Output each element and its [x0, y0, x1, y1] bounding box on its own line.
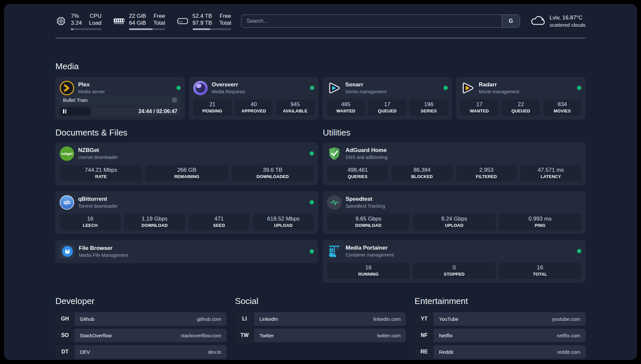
stat-movies: 834 MOVIES	[543, 99, 581, 116]
stat-remaining: 266 GB REMAINING	[145, 165, 228, 181]
stat-latency: 47.571 ms LATENCY	[520, 165, 581, 181]
link-twitter[interactable]: TW Twitter twitter.com	[235, 329, 406, 342]
link-abbr: NF	[414, 329, 434, 342]
disk-label-2: Total	[219, 19, 231, 26]
app-title: AdGuard Home	[346, 147, 388, 154]
plex-icon	[60, 81, 74, 95]
link-domain: github.com	[197, 316, 221, 322]
stat-pending: 21 PENDING	[193, 99, 231, 116]
pause-icon[interactable]	[63, 109, 66, 113]
link-linkedin[interactable]: LI LinkedIn linkedin.com	[235, 312, 406, 326]
link-name: Netflix	[439, 333, 453, 338]
status-dot	[310, 249, 314, 254]
app-card-speedtest[interactable]: Speedtest Speedtest Tracking 9.65 Gbps D…	[323, 191, 586, 234]
link-youtube[interactable]: YT YouTube youtube.com	[414, 312, 586, 326]
app-card-qbittorrent[interactable]: qb qBittorrent Torrent downloader 16 LEE…	[55, 191, 318, 234]
app-card-overseerr[interactable]: Overseerr Media Requests 21 PENDING 40 A…	[189, 77, 319, 120]
ram-value-2: 64 GiB	[129, 19, 146, 26]
ram-progress-bar	[129, 28, 165, 30]
ram-icon	[113, 15, 125, 27]
disk-value-1: 52.4 TB	[193, 13, 212, 19]
stat-download: 9.65 Gbps DOWNLOAD	[327, 214, 410, 230]
app-title: File Browser	[79, 245, 128, 252]
filebrowser-icon	[60, 244, 75, 259]
stat-seed: 471 SEED	[189, 214, 250, 230]
link-name: Github	[80, 316, 94, 322]
link-domain: stackoverflow.com	[181, 333, 221, 338]
cpu-value-1: 7%	[71, 13, 82, 19]
section-title-utilities: Utilities	[323, 128, 586, 138]
app-title: Sonarr	[345, 81, 386, 88]
search-input[interactable]	[241, 15, 502, 27]
stat-stopped: 0 STOPPED	[413, 262, 495, 279]
stat-total: 16 TOTAL	[499, 262, 581, 279]
link-abbr: YT	[414, 312, 434, 326]
app-card-adguard[interactable]: AdGuard Home DNS and adblocking 498,461 …	[323, 142, 586, 185]
cloud-icon	[530, 15, 545, 27]
stat-approved: 40 APPROVED	[235, 99, 273, 116]
sonarr-icon	[327, 81, 341, 95]
status-dot	[310, 151, 314, 156]
app-subtitle: Media File Management	[79, 253, 128, 258]
app-card-radarr[interactable]: Radarr Movie management 17 WANTED 22 QUE…	[456, 77, 586, 120]
link-dev[interactable]: DT DEV dev.to	[55, 345, 227, 359]
link-domain: twitter.com	[377, 333, 401, 338]
link-domain: reddit.com	[557, 349, 580, 355]
stat-queued: 22 QUEUED	[502, 99, 540, 116]
playback-time: 24:44 / 02:06:47	[138, 108, 181, 114]
status-dot	[310, 86, 314, 90]
status-dot	[310, 200, 314, 204]
radarr-icon	[460, 81, 475, 95]
cpu-label-1: CPU	[89, 13, 102, 19]
app-card-nzbget[interactable]: nzbget NZBGet Usenet downloader 744.21 M…	[55, 142, 318, 185]
entertainment-links: Entertainment YT YouTube youtube.com NF …	[414, 296, 586, 359]
cpu-progress-bar	[71, 28, 102, 30]
cpu-label-2: Load	[89, 19, 102, 26]
qbittorrent-icon: qb	[60, 195, 74, 210]
ram-label-1: Free	[153, 13, 165, 19]
app-subtitle: Media server	[78, 89, 105, 94]
link-abbr: LI	[235, 312, 254, 326]
settings-icon[interactable]	[171, 97, 177, 103]
link-domain: youtube.com	[552, 316, 580, 322]
stat-blocked: 86,384 BLOCKED	[391, 165, 452, 181]
link-github[interactable]: GH Github github.com	[55, 312, 227, 326]
link-reddit[interactable]: RE Reddit reddit.com	[414, 345, 586, 359]
developer-links: Developer GH Github github.com SO StackO…	[55, 296, 227, 359]
section-title-social: Social	[235, 296, 406, 306]
stat-available: 945 AVAILABLE	[276, 99, 314, 116]
stat-wanted: 485 WANTED	[327, 99, 365, 116]
app-subtitle: Series management	[345, 89, 386, 94]
cpu-value-2: 3.24	[71, 19, 82, 26]
section-title-entertainment: Entertainment	[414, 296, 586, 306]
link-abbr: GH	[55, 312, 75, 326]
app-card-filebrowser[interactable]: File Browser Media File Management	[55, 240, 318, 263]
link-name: DEV	[80, 349, 90, 355]
app-card-plex[interactable]: Plex Media server Bullet Train	[55, 77, 185, 120]
overseerr-icon	[193, 81, 208, 95]
app-card-sonarr[interactable]: Sonarr Series management 485 WANTED 17 Q…	[322, 77, 452, 120]
adguard-icon	[327, 146, 342, 161]
link-abbr: SO	[55, 329, 75, 342]
stat-upload: 9.24 Gbps UPLOAD	[413, 214, 495, 230]
now-playing-row: Bullet Train	[60, 95, 181, 105]
dashboard: 7% 3.24 CPU Load	[4, 4, 637, 360]
app-card-portainer[interactable]: Media Portainer Container management 16 …	[323, 240, 586, 283]
header-bar: 7% 3.24 CPU Load	[55, 13, 586, 30]
search-engine-button[interactable]: G	[502, 15, 520, 27]
ram-label-2: Total	[153, 19, 165, 26]
header-divider	[55, 38, 586, 38]
playback-progress-bar: 24:44 / 02:06:47	[60, 107, 181, 115]
link-stackoverflow[interactable]: SO StackOverflow stackoverflow.com	[55, 329, 227, 342]
weather-widget: Lviv, 16.87°C scattered clouds	[530, 14, 586, 28]
section-title-media: Media	[55, 61, 586, 72]
link-netflix[interactable]: NF Netflix netflix.com	[414, 329, 586, 342]
link-domain: netflix.com	[557, 333, 580, 338]
search-bar: G	[241, 15, 520, 28]
status-dot	[176, 86, 181, 90]
link-abbr: DT	[55, 345, 75, 359]
link-domain: linkedin.com	[373, 316, 401, 322]
portainer-icon	[327, 244, 342, 258]
app-subtitle: DNS and adblocking	[346, 155, 388, 160]
app-title: Speedtest	[346, 196, 385, 202]
